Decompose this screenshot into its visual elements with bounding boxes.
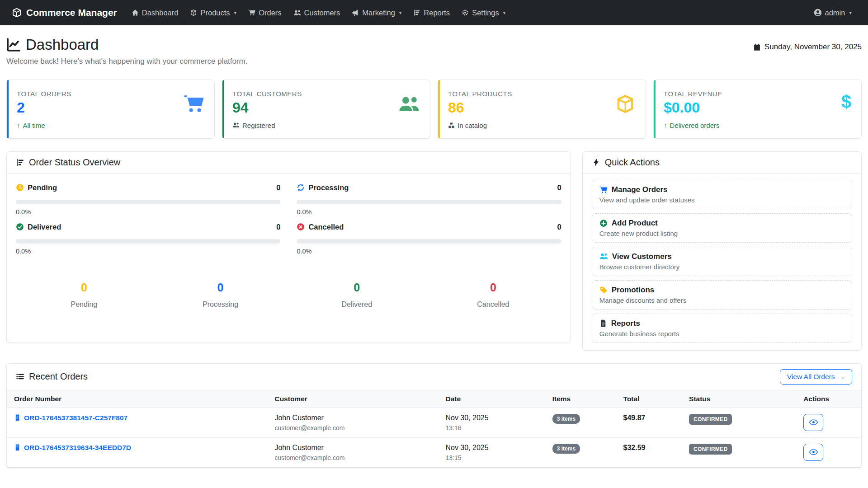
view-order-button[interactable]	[803, 444, 823, 461]
column-customer: Customer	[267, 390, 438, 408]
quick-action-view-customers[interactable]: View Customers Browse customer directory	[592, 247, 852, 276]
stat-label: TOTAL PRODUCTS	[448, 90, 512, 98]
clock-icon	[16, 183, 24, 192]
status-summary: 0 Pending 0 Processing 0 Delivered 0 Can…	[16, 281, 561, 309]
box-seam-icon	[12, 8, 22, 18]
page-title-text: Dashboard	[26, 36, 99, 53]
order-total: $49.87	[616, 408, 682, 437]
nav-products[interactable]: Products ▾	[185, 5, 241, 21]
recent-orders-panel: Recent Orders View All Orders → Order Nu…	[6, 363, 862, 468]
check-circle-icon	[16, 223, 24, 231]
page-title: Dashboard	[6, 36, 247, 53]
cart-icon	[184, 94, 204, 114]
stat-card-total-customers: TOTAL CUSTOMERS 94 Registered	[222, 80, 430, 139]
order-number-link[interactable]: ORD-1764537319634-34EEDD7D	[14, 444, 260, 452]
nav-marketing[interactable]: Marketing ▾	[347, 5, 406, 21]
order-number-link[interactable]: ORD-1764537381457-C257F807	[14, 414, 260, 422]
top-navbar: Commerce Manager Dashboard Products ▾ Or…	[0, 0, 868, 25]
status-count: 0	[557, 223, 561, 231]
quick-actions-panel: Quick Actions Manage Orders View and upd…	[582, 151, 862, 351]
column-total: Total	[616, 390, 682, 408]
summary-label: Cancelled	[425, 300, 561, 309]
quick-action-reports[interactable]: Reports Generate business reports	[592, 314, 852, 343]
arrow-up-icon: ↑	[17, 122, 20, 129]
quick-action-add-product[interactable]: Add Product Create new product listing	[592, 213, 852, 243]
order-date: Nov 30, 2025	[445, 414, 538, 422]
nav-label: Marketing	[362, 9, 395, 17]
processing-progress-bar	[297, 200, 561, 204]
stat-footer-text: Delivered orders	[670, 122, 720, 129]
pending-progress-bar	[16, 200, 280, 204]
summary-value: 0	[16, 281, 152, 294]
summary-delivered: 0 Delivered	[288, 281, 425, 309]
quick-action-subtitle: Browse customer directory	[599, 263, 844, 271]
view-all-orders-button[interactable]: View All Orders →	[780, 369, 852, 385]
quick-action-manage-orders[interactable]: Manage Orders View and update order stat…	[592, 180, 852, 209]
quick-action-title: Add Product	[612, 219, 658, 228]
house-icon	[132, 9, 139, 16]
column-date: Date	[438, 390, 545, 408]
status-percent: 0.0%	[297, 248, 561, 255]
nav-settings[interactable]: Settings ▾	[457, 5, 510, 21]
status-badge: CONFIRMED	[689, 414, 732, 425]
stat-value: $0.00	[664, 99, 722, 116]
panel-title: Quick Actions	[605, 157, 660, 168]
recent-orders-table: Order Number Customer Date Items Total S…	[7, 390, 861, 468]
order-date: Nov 30, 2025	[445, 444, 538, 452]
column-items: Items	[545, 390, 616, 408]
order-status-panel: Order Status Overview Pending 0	[6, 151, 571, 343]
quick-action-promotions[interactable]: Promotions Manage discounts and offers	[592, 280, 852, 310]
eye-icon	[809, 418, 818, 427]
quick-action-title: Manage Orders	[612, 185, 668, 194]
items-badge: 3 items	[552, 444, 580, 454]
nav-label: Settings	[472, 9, 499, 17]
file-text-icon	[599, 319, 607, 327]
people-icon	[398, 94, 420, 115]
receipt-icon	[14, 414, 21, 421]
nav-label: Reports	[424, 9, 450, 17]
stat-footer-text: In catalog	[458, 122, 487, 129]
user-menu[interactable]: admin ▾	[809, 5, 856, 21]
stat-card-total-orders: TOTAL ORDERS 2 ↑ All time	[6, 80, 215, 139]
column-status: Status	[682, 390, 796, 408]
table-row: ORD-1764537381457-C257F807 John Customer…	[7, 408, 861, 437]
summary-value: 0	[288, 281, 425, 294]
arrow-up-icon: ↑	[664, 122, 667, 129]
nav-customers[interactable]: Customers	[289, 5, 345, 21]
nav-orders[interactable]: Orders	[244, 5, 286, 21]
x-circle-icon	[297, 223, 305, 231]
column-actions: Actions	[796, 390, 861, 408]
quick-action-title: View Customers	[612, 252, 672, 261]
current-date-text: Sunday, November 30, 2025	[764, 42, 862, 52]
view-all-label: View All Orders	[787, 373, 835, 381]
page-subtitle: Welcome back! Here's what's happening wi…	[6, 57, 247, 66]
customer-email: customer@example.com	[274, 454, 431, 461]
brand-label: Commerce Manager	[26, 7, 117, 18]
stat-footer-text: Registered	[242, 122, 275, 129]
view-order-button[interactable]	[803, 414, 823, 431]
summary-label: Processing	[152, 300, 289, 309]
people-icon	[232, 122, 240, 129]
status-processing: Processing 0 0.0%	[297, 183, 561, 216]
status-percent: 0.0%	[16, 248, 280, 255]
nav-label: Dashboard	[142, 9, 179, 17]
customer-name: John Customer	[274, 444, 431, 452]
brand[interactable]: Commerce Manager	[12, 7, 117, 18]
status-delivered: Delivered 0 0.0%	[16, 223, 280, 255]
nav-label: Customers	[304, 9, 340, 17]
nav-reports[interactable]: Reports	[409, 5, 454, 21]
box-icon	[615, 94, 636, 114]
nav-dashboard[interactable]: Dashboard	[127, 5, 183, 21]
status-label: Pending	[28, 183, 57, 192]
current-date: Sunday, November 30, 2025	[753, 42, 862, 52]
calendar-icon	[753, 43, 761, 51]
table-row: ORD-1764537319634-34EEDD7D John Customer…	[7, 437, 861, 467]
nav-label: Orders	[259, 9, 281, 17]
gear-icon	[462, 9, 469, 16]
cart-icon	[248, 9, 255, 16]
summary-pending: 0 Pending	[16, 281, 152, 309]
cancelled-progress-bar	[297, 239, 561, 244]
megaphone-icon	[352, 9, 359, 16]
quick-action-subtitle: Manage discounts and offers	[599, 296, 844, 304]
status-count: 0	[276, 183, 280, 192]
